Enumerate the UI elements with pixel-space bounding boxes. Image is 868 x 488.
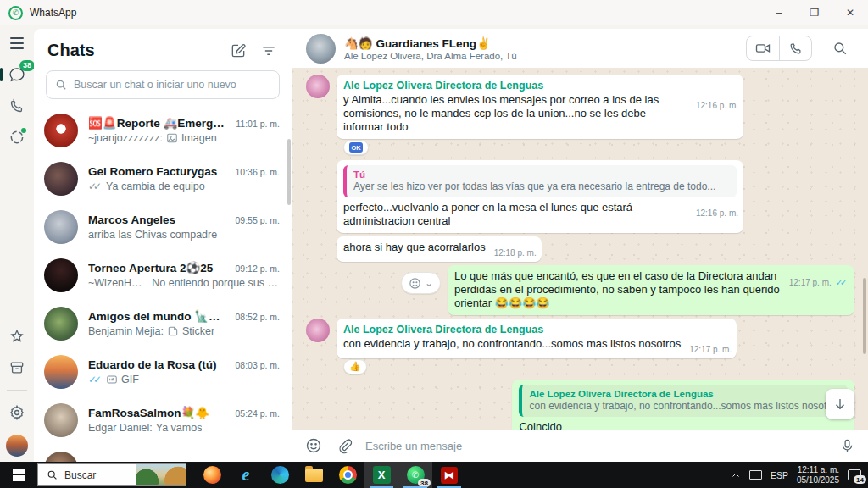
message-meta: 12:16 p. m. [696, 207, 738, 220]
whatsapp-window: ✆ WhatsApp – ❐ ✕ 38 [0, 0, 868, 488]
chat-list-panel: Chats 🆘🚨Reporte 🚑Emergencia...11:01 p. m… [34, 29, 292, 462]
settings-icon[interactable] [8, 403, 26, 422]
status-tab-icon[interactable] [8, 128, 26, 147]
incoming-message[interactable]: Ale Lopez Olivera Directora de Lenguas12… [306, 319, 854, 358]
quoted-text: Ayer se les hizo ver por todas las vías … [353, 180, 726, 193]
chat-list-item[interactable]: 🆘🚨Reporte 🚑Emergencia...11:01 p. m.~juan… [34, 106, 292, 154]
chat-list-item[interactable]: Eduardo de la Rosa (tú)08:03 p. m.✓✓GIF [34, 347, 292, 396]
taskbar-firefox-icon[interactable] [195, 462, 229, 488]
chevron-down-icon: ⌄ [425, 277, 433, 289]
attach-icon[interactable] [335, 436, 353, 455]
filter-chats-icon[interactable] [259, 42, 278, 60]
chat-list-item[interactable]: Marcos Angeles09:55 p. m.arriba las Chiv… [34, 202, 292, 251]
chat-list-item[interactable]: Torneo Apertura 2⚽2509:12 p. m.~WizenHAO… [34, 251, 292, 299]
window-title: WhatsApp [30, 7, 76, 19]
chat-search-box[interactable] [46, 70, 280, 99]
chat-time: 08:52 p. m. [235, 312, 280, 322]
message-bubble[interactable]: 12:18 p. m.ahora si hay que acorralarlos [337, 236, 542, 262]
chat-preview: No entiendo porque sus a... [152, 277, 280, 289]
message-sender[interactable]: Ale Lopez Olivera Directora de Lenguas [343, 323, 730, 336]
chat-preview: Imagen [181, 132, 217, 144]
messages-area: Ale Lopez Olivera Directora de Lenguas12… [292, 68, 868, 430]
tray-network-icon[interactable] [749, 470, 762, 480]
starred-messages-icon[interactable] [8, 327, 26, 346]
message-input[interactable] [365, 440, 826, 452]
message-reaction[interactable]: 👍 [343, 359, 367, 374]
video-call-button[interactable] [747, 36, 779, 60]
quoted-message[interactable]: Ale Lopez Olivera Directora de Lenguasco… [519, 385, 848, 417]
chats-unread-badge: 38 [19, 60, 35, 71]
search-in-chat-icon[interactable] [826, 36, 854, 61]
chat-list-item[interactable]: FamRosaSalmon💐🐥05:24 p. m.Edgar Daniel:Y… [34, 396, 292, 444]
tray-time: 12:11 a. m. [798, 465, 839, 474]
close-button[interactable]: ✕ [832, 0, 868, 25]
whatsapp-taskbar-badge: 38 [418, 479, 431, 487]
notification-center-icon[interactable]: 14 [848, 469, 861, 480]
chat-avatar [44, 114, 78, 147]
chat-avatar [44, 210, 78, 244]
menu-icon[interactable] [8, 34, 26, 53]
taskbar-excel-icon[interactable]: X [364, 462, 398, 488]
restore-button[interactable]: ❐ [797, 0, 832, 25]
emoji-picker-icon[interactable] [304, 436, 323, 455]
message-bubble[interactable]: 12:17 p. m. ✓✓Lo que más que encantó, es… [448, 265, 854, 315]
taskbar-file-explorer-icon[interactable] [297, 462, 331, 488]
windows-taskbar: Buscar e X ✆ 38 ⧓ ESP 12:11 a. m. 05/1 [0, 462, 868, 488]
voice-call-button[interactable] [779, 36, 811, 60]
mic-icon[interactable] [837, 436, 856, 455]
tray-language-indicator[interactable]: ESP [771, 470, 788, 480]
quoted-sender: Tú [353, 169, 730, 180]
sender-avatar[interactable] [306, 75, 330, 98]
message-bubble[interactable]: Ale Lopez Olivera Directora de Lenguasco… [512, 380, 854, 430]
taskbar-chrome-icon[interactable] [331, 462, 364, 488]
incoming-message[interactable]: 12:18 p. m.ahora si hay que acorralarlos [306, 236, 854, 262]
message-meta: 12:17 p. m. ✓✓ [789, 275, 849, 290]
group-avatar[interactable] [306, 34, 336, 64]
quoted-message[interactable]: TúAyer se les hizo ver por todas las vía… [343, 165, 737, 197]
chat-search-input[interactable] [74, 79, 270, 91]
incoming-message[interactable]: Ale Lopez Olivera Directora de Lenguas12… [306, 75, 854, 139]
taskbar-whatsapp-icon[interactable]: ✆ 38 [398, 462, 432, 488]
message-reaction[interactable]: OK [343, 140, 369, 155]
profile-avatar[interactable] [6, 435, 28, 457]
message-bubble[interactable]: Ale Lopez Olivera Directora de Lenguas12… [337, 319, 737, 358]
chat-preview: Ya cambia de equipo [106, 180, 205, 192]
outgoing-message[interactable]: ⌄12:17 p. m. ✓✓Lo que más que encantó, e… [306, 265, 854, 315]
chats-heading: Chats [47, 41, 217, 60]
outgoing-message[interactable]: Ale Lopez Olivera Directora de Lenguasco… [306, 380, 854, 430]
start-button[interactable] [0, 462, 37, 488]
chat-list-scrollbar[interactable] [287, 139, 291, 205]
chats-tab-icon[interactable]: 38 [8, 65, 26, 84]
chat-name: Gel Romero Facturygas [88, 165, 228, 178]
scroll-to-bottom-button[interactable] [826, 389, 854, 419]
taskbar-acrobat-icon[interactable]: ⧓ [432, 462, 466, 488]
message-meta: 12:17 p. m. ✓✓ [789, 426, 849, 430]
conversation-title: 🐴🧑 Guardianes FLeng✌️ [344, 36, 737, 50]
sender-avatar[interactable] [306, 319, 330, 342]
read-ticks-icon: ✓✓ [88, 374, 103, 385]
react-hover-button[interactable]: ⌄ [401, 272, 441, 294]
message-bubble[interactable]: Ale Lopez Olivera Directora de Lenguas12… [337, 75, 743, 139]
conversation-header[interactable]: 🐴🧑 Guardianes FLeng✌️ Ale Lopez Olivera,… [292, 29, 868, 68]
message-bubble[interactable]: TúAyer se les hizo ver por todas las vía… [337, 160, 743, 233]
messages-scrollbar[interactable] [863, 278, 866, 354]
search-highlight-image[interactable] [136, 464, 186, 485]
tray-chevron-up-icon[interactable] [731, 470, 741, 480]
sticker-preview-icon [167, 325, 179, 337]
chat-list-item[interactable]: Amigos del mundo 🗽🏅🌎💰08:52 p. m.Benjamin… [34, 299, 292, 347]
chat-list-item[interactable]: Gel Romero Facturygas10:36 p. m.✓✓Ya cam… [34, 154, 292, 202]
taskbar-search-box[interactable]: Buscar [37, 463, 186, 486]
tray-clock[interactable]: 12:11 a. m. 05/10/2025 [797, 465, 839, 485]
chat-preview: Sticker [182, 325, 214, 337]
archived-chats-icon[interactable] [8, 358, 26, 377]
incoming-message[interactable]: TúAyer se les hizo ver por todas las vía… [306, 160, 854, 233]
message-meta: 12:16 p. m. [696, 99, 738, 113]
calls-tab-icon[interactable] [8, 97, 26, 115]
new-chat-icon[interactable] [229, 42, 248, 60]
chat-avatar [44, 162, 78, 196]
chat-list-item[interactable]: Diego05:23 p. m. [34, 444, 292, 462]
minimize-button[interactable]: – [761, 0, 797, 25]
message-sender[interactable]: Ale Lopez Olivera Directora de Lenguas [343, 79, 737, 92]
taskbar-edge-icon[interactable] [263, 462, 297, 488]
taskbar-internet-explorer-icon[interactable]: e [229, 462, 263, 488]
